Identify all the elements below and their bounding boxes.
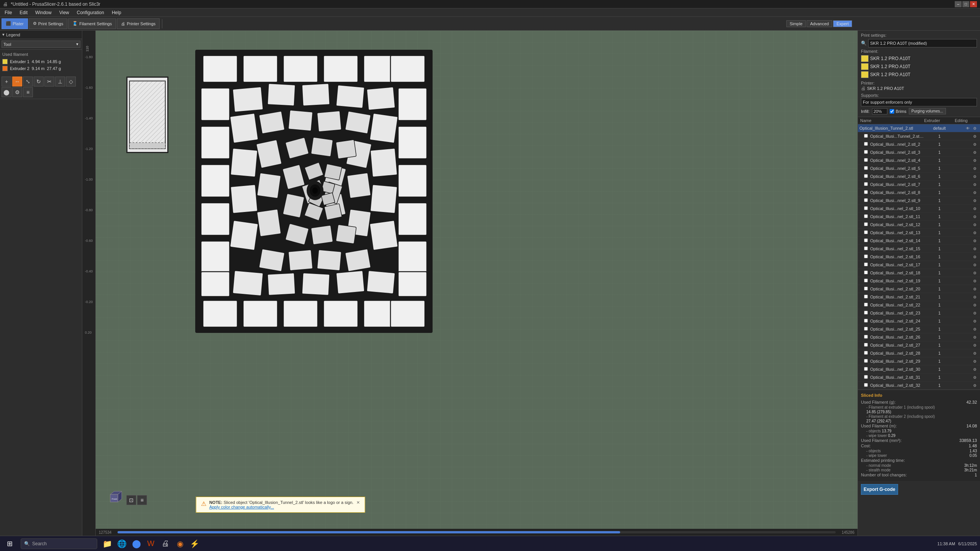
object-list-item[interactable]: Optical_Illusi...nel_2.stl_19 1 ⚙ (858, 277, 980, 285)
obj-visible-checkbox[interactable] (864, 335, 868, 339)
obj-visible-checkbox[interactable] (864, 174, 868, 178)
obj-settings-btn[interactable]: ⚙ (972, 342, 978, 348)
object-list-item[interactable]: Optical_Illusi...nel_2.stl_23 1 ⚙ (858, 309, 980, 317)
tool-cut-icon[interactable]: ✂ (44, 77, 54, 86)
object-list-item[interactable]: Optical_Illusi...nel_2.stl_15 1 ⚙ (858, 245, 980, 253)
obj-visible-checkbox[interactable] (864, 206, 868, 210)
obj-visible-checkbox[interactable] (864, 311, 868, 315)
object-list-item[interactable]: Optical_Illusi...nel_2.stl_32 1 ⚙ (858, 381, 980, 390)
mode-advanced[interactable]: Advanced (807, 20, 832, 27)
object-list-item[interactable]: Optical_Illusi...nnel_2.stl_8 1 ⚙ (858, 189, 980, 197)
obj-settings-btn[interactable]: ⚙ (972, 262, 978, 268)
menu-help[interactable]: Help (109, 9, 124, 16)
object-list-item[interactable]: Optical_Illusi...nel_2.stl_11 1 ⚙ (858, 213, 980, 221)
obj-settings-btn[interactable]: ⚙ (972, 366, 978, 372)
taskbar-app-prusaslicer[interactable]: 🖨 (158, 537, 172, 551)
filament-color-1[interactable] (861, 55, 869, 62)
zoom-controls[interactable]: ⊡ ≡ (126, 495, 147, 505)
object-list-item[interactable]: Optical_Illusi...nnel_2.stl_6 1 ⚙ (858, 173, 980, 181)
object-list-item[interactable]: Optical_Illusi...nel_2.stl_24 1 ⚙ (858, 317, 980, 325)
obj-settings-btn[interactable]: ⚙ (972, 318, 978, 324)
menu-file[interactable]: File (2, 9, 15, 16)
object-list-item[interactable]: Optical_Illusi...Tunnel_2.stl_1 1 ⚙ (858, 132, 980, 140)
legend-header[interactable]: ▾ Legend (0, 31, 82, 39)
obj-settings-btn[interactable]: ⚙ (972, 157, 978, 163)
purging-volumes-button[interactable]: Purging volumes... (909, 108, 946, 114)
brim-checkbox[interactable] (890, 109, 894, 114)
obj-settings-btn[interactable]: ⚙ (972, 350, 978, 356)
obj-visible-checkbox[interactable] (864, 367, 868, 371)
obj-visible-checkbox[interactable] (864, 150, 868, 154)
obj-visible-checkbox[interactable] (864, 246, 868, 250)
maximize-button[interactable]: □ (962, 1, 969, 7)
obj-visible-checkbox[interactable] (864, 279, 868, 282)
tool-seam-icon[interactable]: ◇ (66, 77, 76, 86)
zoom-fit-button[interactable]: ⊡ (126, 495, 136, 505)
object-list-item[interactable]: Optical_Illusi...nel_2.stl_29 1 ⚙ (858, 357, 980, 365)
object-list-item[interactable]: Optical_Illusi...nel_2.stl_25 1 ⚙ (858, 325, 980, 333)
obj-settings-btn[interactable]: ⚙ (972, 246, 978, 252)
obj-settings-btn[interactable]: ⚙ (972, 302, 978, 308)
object-list-item[interactable]: Optical_Illusi...nnel_2.stl_4 1 ⚙ (858, 156, 980, 165)
obj-settings-btn[interactable]: ⚙ (972, 149, 978, 155)
taskbar-app-explorer[interactable]: 📁 (100, 537, 114, 551)
root-obj-settings-button[interactable]: ⚙ (972, 125, 978, 131)
object-list-root[interactable]: Optical_Illusion_Tunnel_2.stl default 👁 … (858, 124, 980, 132)
obj-settings-btn[interactable]: ⚙ (972, 222, 978, 228)
obj-settings-btn[interactable]: ⚙ (972, 165, 978, 171)
close-button[interactable]: ✕ (970, 1, 977, 7)
note-link[interactable]: Apply color change automatically... (209, 505, 354, 509)
object-list-item[interactable]: Optical_Illusi...nel_2.stl_20 1 ⚙ (858, 285, 980, 293)
obj-visible-checkbox[interactable] (864, 351, 868, 355)
obj-visible-checkbox[interactable] (864, 254, 868, 258)
minimize-button[interactable]: – (955, 1, 962, 7)
tool-supports-icon[interactable]: ⊥ (55, 77, 65, 86)
tab-filament-settings[interactable]: 🧵 Filament Settings (68, 18, 116, 29)
obj-visible-checkbox[interactable] (864, 134, 868, 138)
obj-visible-checkbox[interactable] (864, 238, 868, 242)
obj-visible-checkbox[interactable] (864, 166, 868, 170)
obj-visible-checkbox[interactable] (864, 319, 868, 323)
object-list-item[interactable]: Optical_Illusi...nel_2.stl_28 1 ⚙ (858, 349, 980, 357)
menu-window[interactable]: Window (32, 9, 55, 16)
taskbar-app-blender[interactable]: ◉ (173, 537, 187, 551)
tool-dropdown[interactable]: Tool ▾ (2, 41, 80, 48)
obj-visible-checkbox[interactable] (864, 303, 868, 306)
tab-printer-settings[interactable]: 🖨 Printer Settings (117, 18, 160, 29)
object-list-item[interactable]: Optical_Illusi...nel_2.stl_22 1 ⚙ (858, 301, 980, 309)
taskbar-app-edge[interactable]: 🌐 (115, 537, 129, 551)
taskbar-app-office[interactable]: W (144, 537, 158, 551)
obj-settings-btn[interactable]: ⚙ (972, 133, 978, 139)
obj-settings-btn[interactable]: ⚙ (972, 358, 978, 364)
obj-settings-btn[interactable]: ⚙ (972, 254, 978, 260)
obj-visible-checkbox[interactable] (864, 214, 868, 218)
tab-print-settings[interactable]: ⚙ Print Settings (29, 18, 67, 29)
obj-visible-checkbox[interactable] (864, 262, 868, 266)
obj-visible-checkbox[interactable] (864, 222, 868, 226)
obj-visible-checkbox[interactable] (864, 375, 868, 379)
infill-input[interactable] (872, 108, 887, 114)
menu-view[interactable]: View (56, 9, 72, 16)
obj-visible-checkbox[interactable] (864, 198, 868, 202)
filament-search-input[interactable] (868, 39, 977, 47)
menu-configuration[interactable]: Configuration (74, 9, 107, 16)
tool-move-icon[interactable]: ↔ (12, 77, 22, 86)
obj-visible-checkbox[interactable] (864, 158, 868, 162)
title-bar-controls[interactable]: – □ ✕ (955, 1, 977, 7)
tool-settings-icon[interactable]: ⚙ (12, 87, 22, 97)
obj-visible-checkbox[interactable] (864, 230, 868, 234)
object-list-item[interactable]: Optical_Illusi...nnel_2.stl_9 1 ⚙ (858, 197, 980, 205)
export-gcode-button[interactable]: Export G-code (861, 484, 898, 495)
start-button[interactable]: ⊞ (0, 536, 19, 551)
obj-settings-btn[interactable]: ⚙ (972, 205, 978, 212)
object-list-item[interactable]: Optical_Illusi...nnel_2.stl_2 1 ⚙ (858, 140, 980, 148)
object-list-item[interactable]: Optical_Illusi...nnel_2.stl_7 1 ⚙ (858, 181, 980, 189)
note-close-button[interactable]: ✕ (356, 500, 360, 505)
object-list-item[interactable]: Optical_Illusi...nel_2.stl_16 1 ⚙ (858, 253, 980, 261)
object-list-item[interactable]: Optical_Illusi...nel_2.stl_14 1 ⚙ (858, 237, 980, 245)
object-list-item[interactable]: Optical_Illusi...nel_2.stl_12 1 ⚙ (858, 221, 980, 229)
obj-visible-checkbox[interactable] (864, 182, 868, 186)
viewport[interactable]: Front ⊡ ≡ ⚠ NOTE: Sliced object 'Optical… (96, 31, 858, 536)
filament-color-2[interactable] (861, 63, 869, 70)
obj-settings-btn[interactable]: ⚙ (972, 310, 978, 316)
